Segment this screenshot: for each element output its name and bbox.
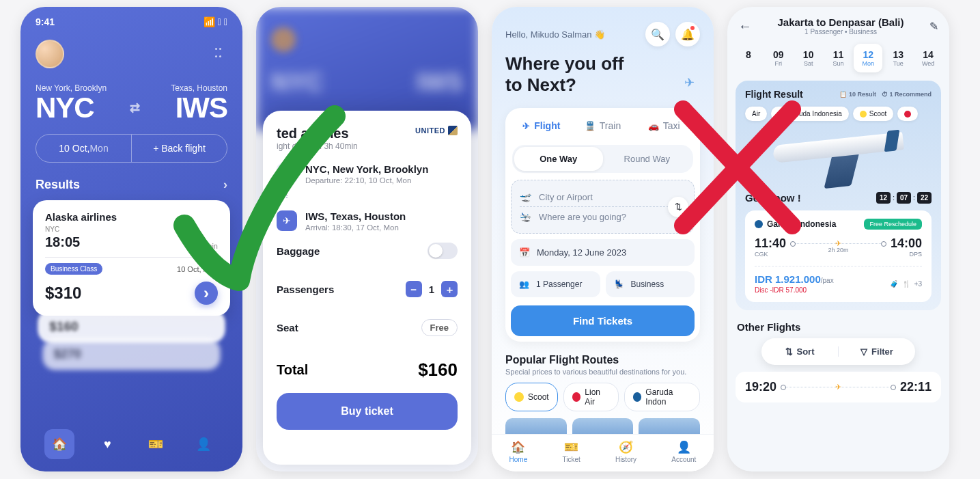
takeoff-icon: 🛫 bbox=[520, 191, 532, 202]
from-input[interactable]: City or Airport bbox=[539, 192, 593, 202]
trip-round[interactable]: Round Way bbox=[603, 147, 692, 171]
passenger-stepper: − 1 ＋ bbox=[406, 281, 458, 297]
date-col[interactable]: 09Fri bbox=[764, 44, 793, 72]
origin-code: NYC bbox=[36, 92, 94, 124]
flight-card[interactable]: Alaska airlines NYC 18:05 4h 10min Busin… bbox=[33, 200, 230, 316]
tab-history[interactable]: 🧭History bbox=[615, 440, 636, 463]
date-col[interactable]: 10Sat bbox=[794, 44, 823, 72]
date-col-selected[interactable]: 12Mon bbox=[854, 44, 882, 72]
airline-title: ted airlines bbox=[277, 126, 358, 141]
headline-1: Where you off bbox=[505, 53, 700, 74]
airline-chip[interactable]: Scoot bbox=[853, 107, 894, 121]
select-flight-button[interactable]: › bbox=[195, 282, 218, 305]
baggage-label: Baggage bbox=[277, 245, 320, 257]
results-title: Flight Result bbox=[745, 89, 803, 100]
depart-icon: ● bbox=[277, 163, 297, 184]
menu-icon[interactable] bbox=[215, 48, 227, 60]
tab-bar: 🏠 ♥ 🎫 👤 bbox=[36, 429, 227, 459]
recommended-flight-card[interactable]: Garuda Indonesia Free Reschedule 11:40CG… bbox=[745, 210, 932, 302]
airline-name: Alaska airlines bbox=[45, 211, 218, 223]
flight-card-blur: $160 bbox=[38, 310, 225, 342]
dest-label: Texas, Houston bbox=[171, 83, 227, 93]
status-time: 9:41 bbox=[36, 16, 55, 27]
from-code: NYC bbox=[45, 225, 218, 233]
home-icon: 🏠 bbox=[511, 440, 525, 454]
edit-icon[interactable]: ✎ bbox=[929, 20, 938, 33]
seat-icon: 💺 bbox=[614, 279, 624, 289]
card-date: 10 Oct, Mon bbox=[177, 265, 218, 273]
baggage-icon: 🧳 bbox=[890, 280, 898, 288]
tab-home[interactable]: 🏠Home bbox=[509, 440, 528, 463]
chip-scoot[interactable]: Scoot bbox=[505, 383, 558, 411]
search-icon[interactable]: 🔍 bbox=[645, 22, 670, 46]
phone-4-results: ← Jakarta to Denpasar (Bali) 1 Passenger… bbox=[727, 7, 949, 471]
arrive-location: IWS, Texas, Houston bbox=[305, 210, 406, 222]
tab-account[interactable]: 👤Account bbox=[671, 440, 696, 463]
sort-button[interactable]: ⇅Sort bbox=[761, 346, 839, 357]
date-input[interactable]: 📅Monday, 12 June 2023 bbox=[511, 239, 695, 266]
flight-card-blur: $270 bbox=[42, 339, 220, 370]
plane-icon: ✈ bbox=[835, 383, 841, 392]
other-flights-title: Other Flights bbox=[737, 321, 940, 333]
swap-button[interactable]: ⇅ bbox=[668, 197, 688, 217]
tab-taxi[interactable]: 🚗Taxi bbox=[633, 113, 695, 138]
back-flight-pill[interactable]: + Back flight bbox=[132, 135, 227, 162]
swap-icon[interactable]: ⇄ bbox=[130, 100, 139, 115]
popular-subtitle: Special prices to various beautiful dest… bbox=[505, 368, 700, 376]
airplane-image bbox=[745, 126, 932, 188]
dep-time: 11:40 bbox=[755, 236, 786, 251]
total-amount: $160 bbox=[418, 359, 458, 381]
notifications-icon[interactable]: 🔔 bbox=[675, 22, 700, 46]
tab-favorites[interactable]: ♥ bbox=[92, 429, 122, 459]
trip-oneway[interactable]: One Way bbox=[514, 147, 603, 171]
tab-tickets[interactable]: 🎫 bbox=[141, 429, 171, 459]
filter-button[interactable]: ▽Filter bbox=[839, 346, 915, 357]
avatar[interactable] bbox=[36, 40, 64, 68]
stepper-minus[interactable]: − bbox=[406, 281, 422, 297]
passenger-count: 1 bbox=[429, 284, 434, 295]
date-col[interactable]: 13Tue bbox=[884, 44, 912, 72]
dep-code: CGK bbox=[755, 251, 786, 258]
tab-ticket[interactable]: 🎫Ticket bbox=[562, 440, 580, 463]
seat-value[interactable]: Free bbox=[421, 319, 458, 336]
airline-chip[interactable]: Air bbox=[745, 107, 767, 121]
garuda-logo-icon bbox=[778, 111, 785, 118]
bottom-sheet: ted airlines ight duration 3h 40min UNIT… bbox=[263, 111, 471, 465]
date-col[interactable]: 8 bbox=[734, 44, 763, 72]
arr-time: 22:11 bbox=[900, 380, 932, 394]
search-card: ✈Flight 🚆Train 🚗Taxi One Way Round Way 🛫… bbox=[505, 108, 700, 342]
sort-icon: ⇅ bbox=[785, 346, 793, 357]
back-button[interactable]: ← bbox=[738, 18, 752, 34]
getit-label: Get it now ! bbox=[745, 192, 801, 204]
date-col[interactable]: 11Sun bbox=[824, 44, 853, 72]
chevron-right-icon[interactable]: › bbox=[223, 178, 227, 192]
buy-button[interactable]: Buy ticket bbox=[277, 393, 458, 430]
find-tickets-button[interactable]: Find Tickets bbox=[511, 305, 695, 336]
baggage-toggle[interactable] bbox=[428, 243, 458, 259]
arr-code: DPS bbox=[891, 251, 922, 258]
scoot-logo-icon bbox=[860, 111, 867, 118]
airline-brand: UNITED bbox=[415, 126, 458, 135]
phone-3-search: Hello, Mikudo Salman 👋 🔍 🔔 Where you off… bbox=[492, 7, 714, 471]
garuda-logo-icon bbox=[633, 392, 642, 402]
passenger-input[interactable]: 👥1 Passenger bbox=[511, 271, 600, 297]
tab-profile[interactable]: 👤 bbox=[188, 429, 219, 459]
tab-train[interactable]: 🚆Train bbox=[572, 113, 634, 138]
plane-icon: ✈ bbox=[835, 239, 841, 248]
flight-card[interactable]: 19:20 ✈ 22:11 bbox=[736, 372, 941, 402]
meal-icon: 🍴 bbox=[902, 280, 910, 288]
arr-time: 14:00 bbox=[891, 236, 922, 251]
date-col[interactable]: 14Wed bbox=[914, 44, 942, 72]
tab-flight[interactable]: ✈Flight bbox=[511, 113, 572, 138]
chip-garuda[interactable]: Garuda Indon bbox=[624, 383, 700, 411]
class-tag: Business Class bbox=[45, 263, 102, 275]
class-input[interactable]: 💺Business bbox=[606, 271, 695, 297]
airline-chip[interactable]: Garuda Indonesia bbox=[771, 107, 849, 121]
airline-chip[interactable] bbox=[897, 107, 918, 121]
to-input[interactable]: Where are you going? bbox=[539, 212, 626, 222]
chip-lion[interactable]: Lion Air bbox=[563, 383, 619, 411]
date-pill[interactable]: 10 Oct,Mon bbox=[36, 135, 132, 162]
tab-home[interactable]: 🏠 bbox=[44, 429, 74, 459]
stepper-plus[interactable]: ＋ bbox=[441, 281, 458, 297]
dep-time: 19:20 bbox=[745, 380, 776, 394]
